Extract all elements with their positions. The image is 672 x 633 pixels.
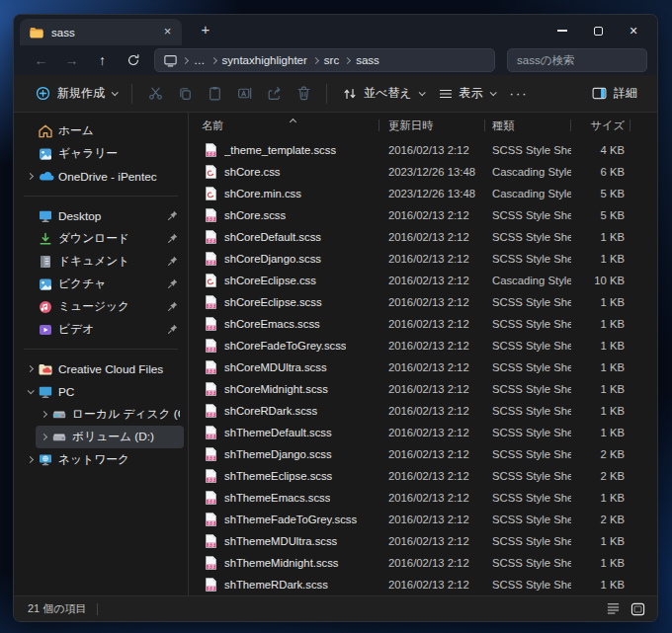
file-row[interactable]: shThemeFadeToGrey.scss2016/02/13 2:12SCS… [189, 509, 657, 530]
sidebar-item-label: ダウンロード [58, 231, 164, 247]
sort-arrows-icon [342, 86, 358, 102]
minimize-button[interactable] [545, 20, 580, 41]
chevron-right-icon[interactable] [22, 174, 38, 179]
new-button[interactable]: 新規作成 [28, 81, 124, 106]
file-row[interactable]: shCoreDjango.scss2016/02/13 2:12SCSS Sty… [189, 248, 657, 270]
column-header-label: 更新日時 [388, 119, 433, 133]
sidebar-item-volume-d[interactable]: ボリューム (D:) [36, 426, 184, 448]
copy-icon [177, 85, 194, 102]
rename-icon [236, 85, 253, 102]
forward-button[interactable]: → [58, 48, 85, 72]
column-header-modified[interactable]: 更新日時 [379, 117, 485, 134]
file-modified: 2016/02/13 2:12 [379, 383, 485, 395]
chevron-right-icon [183, 58, 188, 63]
file-row[interactable]: shCoreFadeToGrey.scss2016/02/13 2:12SCSS… [189, 335, 657, 356]
file-name: shThemeMidnight.scss [224, 557, 339, 569]
chevron-right-icon[interactable] [36, 412, 51, 417]
file-row[interactable]: shThemeEclipse.scss2016/02/13 2:12SCSS S… [189, 465, 657, 487]
view-lines-icon [438, 86, 454, 102]
more-options-button[interactable]: ··· [502, 86, 537, 101]
sidebar-item-videos[interactable]: ビデオ [22, 318, 184, 341]
new-tab-button[interactable]: + [195, 20, 216, 41]
close-button[interactable]: × [616, 20, 651, 41]
breadcrumb-item[interactable]: … [190, 53, 210, 67]
sidebar-item-downloads[interactable]: ダウンロード [22, 227, 184, 250]
file-size: 1 KB [571, 296, 630, 308]
details-pane-button[interactable]: 詳細 [585, 81, 643, 106]
file-name-cell: shThemeMidnight.scss [189, 555, 379, 571]
column-header-name[interactable]: 名前 [189, 117, 379, 134]
file-row[interactable]: shThemeRDark.scss2016/02/13 2:12SCSS Sty… [189, 574, 657, 595]
file-row[interactable]: _theme_template.scss2016/02/13 2:12SCSS … [189, 139, 657, 161]
file-row[interactable]: shThemeEmacs.scss2016/02/13 2:12SCSS Sty… [189, 487, 657, 509]
column-header-size[interactable]: サイズ [571, 117, 630, 134]
sort-button[interactable]: 並べ替え [335, 81, 431, 106]
file-row[interactable]: shCoreMDUltra.scss2016/02/13 2:12SCSS St… [189, 356, 657, 378]
chevron-right-icon[interactable] [22, 366, 38, 371]
rename-button[interactable] [229, 81, 259, 107]
file-row[interactable]: shCore.min.css2023/12/26 13:48Cascading … [189, 183, 657, 204]
chevron-down-icon[interactable] [22, 389, 38, 394]
sidebar-item-pc[interactable]: PC [22, 380, 184, 403]
file-modified: 2016/02/13 2:12 [379, 535, 485, 547]
sidebar-item-onedrive[interactable]: OneDrive - iPentec [22, 165, 184, 188]
chevron-right-icon[interactable] [36, 435, 51, 439]
file-row[interactable]: shThemeDefault.scss2016/02/13 2:12SCSS S… [189, 422, 657, 443]
file-row[interactable]: shCoreDefault.scss2016/02/13 2:12SCSS St… [189, 226, 657, 248]
chevron-right-icon[interactable] [22, 457, 38, 462]
scss-file-icon [204, 207, 218, 223]
share-icon [266, 85, 283, 102]
sidebar-item-label: OneDrive - iPentec [58, 170, 180, 184]
file-modified: 2016/02/13 2:12 [379, 144, 485, 156]
maximize-button[interactable] [580, 20, 616, 41]
file-size: 6 KB [571, 166, 630, 178]
breadcrumb-item[interactable]: src [320, 53, 343, 67]
delete-button[interactable] [289, 81, 318, 107]
sidebar-item-label: ボリューム (D:) [72, 430, 180, 445]
file-modified: 2016/02/13 2:12 [379, 579, 485, 591]
cut-button[interactable] [140, 81, 170, 107]
sidebar-item-creative-cloud[interactable]: Creative Cloud Files [22, 357, 184, 380]
breadcrumb-item[interactable]: sass [352, 53, 383, 67]
file-row[interactable]: shCoreEclipse.css2016/02/13 2:12Cascadin… [189, 270, 657, 291]
sidebar-item-desktop[interactable]: Desktop [22, 204, 184, 227]
file-row[interactable]: shThemeMDUltra.scss2016/02/13 2:12SCSS S… [189, 530, 657, 552]
sidebar-item-music[interactable]: ミュージック [22, 295, 184, 318]
paste-button[interactable] [200, 81, 229, 107]
pin-icon [164, 277, 180, 290]
back-button[interactable]: ← [28, 48, 54, 72]
sidebar-item-documents[interactable]: ドキュメント [22, 250, 184, 273]
file-row[interactable]: shThemeMidnight.scss2016/02/13 2:12SCSS … [189, 552, 657, 574]
copy-button[interactable] [170, 81, 200, 107]
sidebar-item-pictures[interactable]: ピクチャ [22, 273, 184, 295]
thumbnail-view-icon[interactable] [628, 600, 647, 618]
details-view-icon[interactable] [603, 600, 623, 618]
share-button[interactable] [259, 81, 289, 107]
file-name-cell: shCoreEmacs.scss [189, 316, 379, 332]
sidebar-item-local-disk-c[interactable]: ローカル ディスク (C:) [36, 403, 184, 426]
sidebar-item-home[interactable]: ホーム [22, 119, 184, 142]
refresh-button[interactable] [120, 48, 146, 72]
tab-close-icon[interactable]: × [159, 24, 176, 40]
sidebar-divider [24, 349, 178, 350]
file-row[interactable]: shCoreEclipse.scss2016/02/13 2:12SCSS St… [189, 291, 657, 313]
breadcrumb-item[interactable]: syntaxhighlighter [218, 53, 311, 67]
up-button[interactable]: ↑ [89, 48, 116, 72]
file-type: SCSS Style Sheet [485, 427, 571, 438]
file-name-cell: shCoreMidnight.scss [189, 381, 379, 397]
file-row[interactable]: shCore.css2023/12/26 13:48Cascading Styl… [189, 161, 657, 183]
file-modified: 2016/02/13 2:12 [379, 253, 485, 265]
file-row[interactable]: shCoreRDark.scss2016/02/13 2:12SCSS Styl… [189, 400, 657, 422]
sidebar-item-gallery[interactable]: ギャラリー [22, 142, 184, 165]
file-row[interactable]: shCoreMidnight.scss2016/02/13 2:12SCSS S… [189, 378, 657, 400]
search-box[interactable]: sassの検索 [507, 48, 647, 72]
explorer-tab[interactable]: sass × [20, 19, 182, 45]
column-header-type[interactable]: 種類 [485, 117, 571, 134]
file-row[interactable]: shCoreEmacs.scss2016/02/13 2:12SCSS Styl… [189, 313, 657, 335]
address-bar[interactable]: …syntaxhighlightersrcsass [154, 48, 495, 72]
sidebar-item-network[interactable]: ネットワーク [22, 448, 184, 471]
file-row[interactable]: shCore.scss2016/02/13 2:12SCSS Style She… [189, 204, 657, 226]
file-list-pane: 名前更新日時種類サイズ _theme_template.scss2016/02/… [189, 113, 657, 595]
view-button[interactable]: 表示 [431, 81, 502, 106]
file-row[interactable]: shThemeDjango.scss2016/02/13 2:12SCSS St… [189, 443, 657, 465]
